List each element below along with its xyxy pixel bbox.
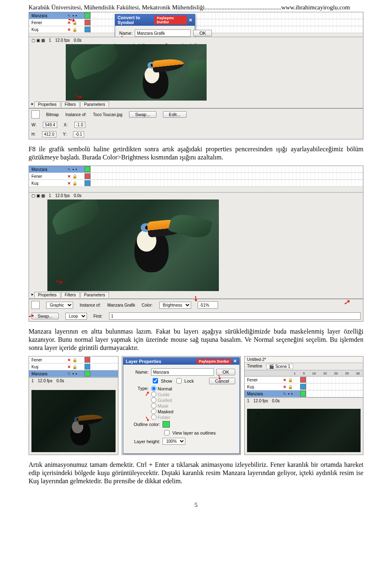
close-icon[interactable]: ✕ [189,18,192,23]
paragraph-1: F8 ile grafik sembolü haline getirdikten… [29,145,363,161]
timeline-label[interactable]: Timeline [247,364,262,369]
ok-button[interactable]: OK [193,30,212,36]
lock-checkbox[interactable]: Lock [175,377,194,385]
lock-icon[interactable]: 🔒 [72,358,77,362]
name-input[interactable] [151,368,214,376]
lock-icon[interactable]: 🔒 [72,174,77,179]
outline-color-label: Outline color: [127,422,160,427]
stage-bitmap[interactable]: ➘ [66,44,207,108]
x-icon[interactable]: ✕ [67,174,71,179]
screenshot-3a: Fener ✕🔒 Kuş ✕🔒 Manzara ✎•• 1 12.0 fps 0… [29,356,118,455]
close-icon[interactable]: ✕ [233,359,237,364]
radio-masked[interactable]: Masked [151,409,174,414]
loop-select[interactable]: Loop [65,313,87,320]
dialog-title-text: Layer Properties [126,359,161,364]
tab-properties[interactable]: Properties [34,101,60,107]
tab-filters[interactable]: Filters [61,101,80,107]
first-label: First: [94,314,102,318]
kind-select[interactable]: Graphic [46,302,73,309]
bitmap-thumb [31,110,40,119]
layer-properties-dialog: Layer Properties Paylaşımı Durdur ✕ Name… [123,357,240,454]
tab-filters[interactable]: Filters [61,292,80,298]
radio-normal[interactable]: Normal [151,386,174,391]
lock-icon[interactable]: 🔒 [72,27,77,32]
show-checkbox[interactable]: Show [151,377,172,385]
footer-icons[interactable]: ▢ ▣ ▦ [31,38,45,43]
x-icon[interactable]: ✕ [67,27,71,32]
y-label: Y: [63,132,67,137]
instance-of-label: Instance of: [80,303,101,307]
lock-icon[interactable]: 🔒 [72,181,77,186]
layer-name[interactable]: Fener [29,358,60,362]
timeline-footer: ▢ ▣ ▦ 1 12.0 fps 0.0s [29,37,363,43]
radio-folder[interactable]: Folder [151,415,174,420]
layer-name[interactable]: Fener [245,378,276,382]
layer-height-select[interactable]: 100% [163,438,185,445]
stage-bitmap-dark[interactable] [31,390,116,452]
stage-bitmap[interactable]: ➘ [47,199,219,293]
pencil-icon: ✎ [67,372,71,376]
radio-mask[interactable]: Mask [151,403,174,408]
screenshot-row-3: Fener ✕🔒 Kuş ✕🔒 Manzara ✎•• 1 12.0 fps 0… [29,356,363,455]
cursor-icon: ↖ [257,412,260,416]
layer-name[interactable]: Fener [29,174,60,179]
x-icon[interactable]: ✕ [67,181,71,186]
expand-icon[interactable]: ▸ [31,292,33,298]
screenshot-2: Manzara ✎•• Fener ✕🔒 Kuş ✕🔒 ▢ ▣ ▦ 1 12.0 [29,166,363,322]
dialog-title-text: Convert to Symbol [118,15,154,25]
layer-name[interactable]: Manzara [245,392,276,396]
name-label: Name: [127,370,149,374]
tab-parameters[interactable]: Parameters [80,101,109,107]
screenshot-3c: Untitled-2* Timeline 🎬 Scene 1 1 5 10 15… [244,356,363,455]
layer-name[interactable]: Kuş [29,181,60,186]
radio-guide[interactable]: Guide [151,392,174,397]
layer-height-label: Layer height: [127,439,160,444]
y-value[interactable]: -0.1 [73,131,84,137]
instance-of-label: Instance of: [65,112,87,117]
cancel-button[interactable]: Cancel [209,378,235,384]
radio-guided[interactable]: Guided [151,397,174,403]
swap-button[interactable]: Swap... [129,111,156,118]
layer-name[interactable]: Manzara [29,167,60,172]
x-icon[interactable]: ✕ [67,365,71,369]
h-value[interactable]: 412.0 [42,131,56,137]
brightness-value[interactable] [198,301,218,309]
outline-color-swatch[interactable] [163,421,170,428]
timeline-footer: ▢ ▣ ▦ 1 12.0 fps 0.0s [29,192,363,199]
x-icon[interactable]: ✕ [67,358,71,362]
screenshot-1: Manzara ✎•• Fener ✕🔒 Kuş ✕🔒 ➘ Conv [29,12,363,139]
paragraph-3: Artık animasyonumuz tamam demektir. Ctrl… [29,461,363,485]
layer-name[interactable]: Fener [29,20,60,25]
w-value[interactable]: 549.4 [43,122,57,128]
layer-name[interactable]: Kuş [29,365,60,369]
expand-icon[interactable]: ▸ [31,101,33,107]
lock-icon[interactable]: 🔒 [72,365,77,369]
layer-name[interactable]: Kuş [245,385,276,389]
x-label: X: [64,123,67,127]
stage-bitmap-dark[interactable] [247,409,361,452]
edit-button[interactable]: Edit... [163,111,187,118]
footer-icons[interactable]: ▢ ▣ ▦ [31,193,45,198]
color-select[interactable]: Brightness [159,302,191,309]
dot-icon: • [76,13,77,18]
x-value[interactable]: -1.0 [74,122,85,128]
first-input[interactable] [109,312,361,320]
dialog-redtab[interactable]: Paylaşımı Durdur [196,359,232,364]
name-input[interactable] [135,29,191,37]
properties-tabs: ▸ Properties Filters Parameters [29,101,363,108]
layer-name[interactable]: Manzara [29,13,60,18]
tab-properties[interactable]: Properties [34,292,60,298]
layer-name[interactable]: Kuş [29,27,60,32]
layer-name[interactable]: Manzara [29,372,60,376]
scene-label[interactable]: 🎬 Scene 1 [266,364,293,369]
screenshot-3b: Layer Properties Paylaşımı Durdur ✕ Name… [122,356,241,455]
view-as-outlines-checkbox[interactable]: View layer as outlines [163,429,216,437]
doc-title[interactable]: Untitled-2* [245,356,363,363]
graphic-thumb [31,301,40,309]
dialog-redtab[interactable]: Paylaşımı Durdur [154,16,187,25]
instance-of-value: Manzara Grafik [107,303,135,307]
page-number: 5 [0,502,392,517]
timeline-footer: 1 12.0 fps 0.0s [29,377,118,384]
pencil-icon: ✎ [67,167,71,172]
tab-parameters[interactable]: Parameters [80,292,109,298]
